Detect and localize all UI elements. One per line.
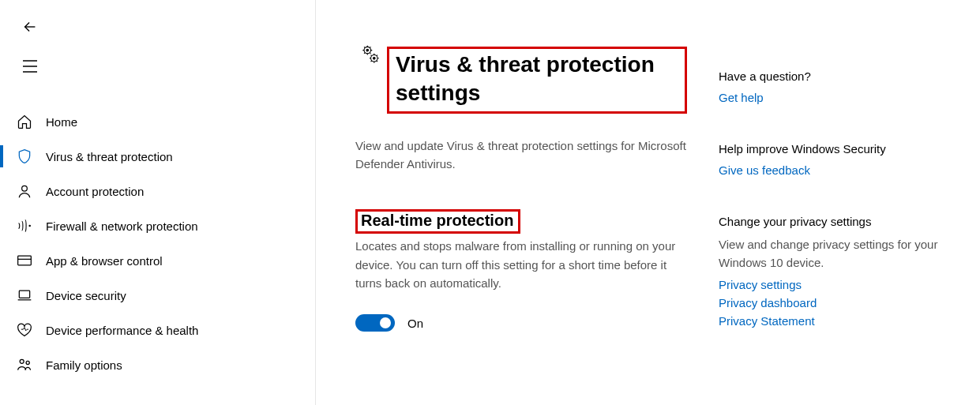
section-title-realtime: Real-time protection (355, 209, 520, 234)
heart-icon (17, 322, 32, 338)
laptop-icon (17, 287, 32, 303)
sidebar-item-device-security[interactable]: Device security (0, 278, 315, 313)
arrow-left-icon (21, 18, 39, 36)
sidebar-item-label: Device security (46, 289, 126, 302)
back-button[interactable] (14, 11, 46, 43)
privacy-settings-link[interactable]: Privacy settings (719, 278, 971, 291)
gears-icon (355, 39, 382, 66)
svg-point-5 (26, 361, 29, 364)
sidebar-item-label: Family options (46, 358, 122, 372)
privacy-statement-link[interactable]: Privacy Statement (719, 314, 971, 328)
aside-improve-title: Help improve Windows Security (719, 142, 971, 156)
network-icon (17, 218, 32, 234)
realtime-toggle-label: On (407, 317, 423, 330)
sidebar-item-home[interactable]: Home (0, 104, 315, 139)
home-icon (17, 114, 32, 129)
sidebar-item-app-browser[interactable]: App & browser control (0, 243, 315, 278)
sidebar-item-account[interactable]: Account protection (0, 174, 315, 208)
shield-icon (17, 148, 32, 164)
get-help-link[interactable]: Get help (719, 91, 971, 104)
aside-privacy-description: View and change privacy settings for you… (719, 236, 971, 272)
person-icon (17, 183, 32, 199)
sidebar-item-device-performance[interactable]: Device performance & health (0, 313, 315, 347)
svg-point-7 (366, 49, 369, 51)
sidebar-item-virus-threat[interactable]: Virus & threat protection (0, 139, 315, 174)
menu-button[interactable] (14, 51, 46, 82)
family-icon (17, 357, 32, 373)
svg-rect-2 (18, 256, 32, 265)
hamburger-icon (22, 60, 38, 73)
aside-question: Have a question? Get help (719, 69, 971, 104)
page-description: View and update Virus & threat protectio… (355, 137, 687, 173)
section-realtime: Real-time protection Locates and stops m… (355, 209, 687, 332)
sidebar-item-label: Account protection (46, 185, 144, 198)
aside-privacy: Change your privacy settings View and ch… (719, 215, 971, 328)
main-content: Virus & threat protection settings View … (316, 0, 980, 405)
aside-privacy-title: Change your privacy settings (719, 215, 971, 228)
svg-rect-3 (19, 291, 29, 298)
privacy-dashboard-link[interactable]: Privacy dashboard (719, 296, 971, 309)
nav-list: Home Virus & threat protection Account p… (0, 104, 315, 382)
sidebar: Home Virus & threat protection Account p… (0, 0, 316, 405)
section-description-realtime: Locates and stops malware from installin… (355, 237, 687, 292)
svg-point-4 (20, 359, 24, 363)
aside-question-title: Have a question? (719, 69, 971, 83)
sidebar-item-firewall[interactable]: Firewall & network protection (0, 208, 315, 243)
svg-point-1 (28, 225, 30, 227)
aside-improve: Help improve Windows Security Give us fe… (719, 142, 971, 177)
page-title: Virus & threat protection settings (387, 47, 687, 114)
sidebar-item-label: Virus & threat protection (46, 150, 173, 163)
sidebar-item-label: App & browser control (46, 254, 163, 268)
svg-point-0 (22, 186, 28, 191)
realtime-toggle[interactable] (355, 314, 395, 332)
sidebar-item-label: Firewall & network protection (46, 219, 198, 233)
sidebar-item-label: Device performance & health (46, 324, 198, 337)
sidebar-item-label: Home (46, 115, 77, 129)
svg-point-9 (374, 58, 376, 60)
window-icon (17, 253, 32, 268)
give-feedback-link[interactable]: Give us feedback (719, 163, 971, 177)
aside-panel: Have a question? Get help Help improve W… (719, 32, 971, 405)
sidebar-item-family[interactable]: Family options (0, 347, 315, 382)
